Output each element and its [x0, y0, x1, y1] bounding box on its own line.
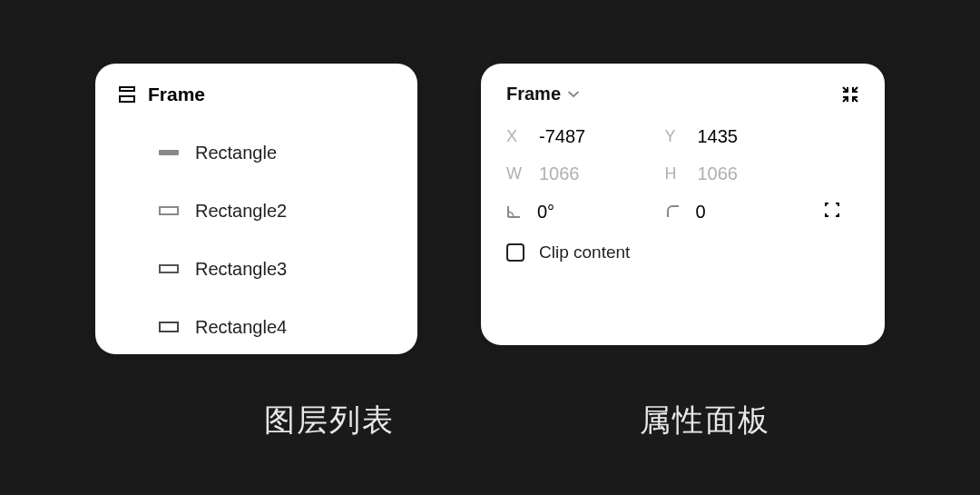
layer-panel-caption: 图层列表 — [264, 400, 395, 441]
x-field[interactable]: X -7487 — [506, 126, 658, 147]
properties-title: Frame — [506, 84, 561, 104]
height-field[interactable]: H 1066 — [665, 163, 817, 184]
w-value: 1066 — [539, 163, 580, 184]
layer-item-rectangle[interactable]: Rectangle — [159, 124, 394, 182]
corner-radius-icon — [665, 203, 681, 220]
x-label: X — [506, 127, 524, 146]
h-value: 1066 — [698, 163, 739, 184]
chevron-down-icon — [568, 91, 579, 98]
layer-item-label: Rectangle3 — [195, 259, 287, 280]
rectangle-icon — [159, 150, 179, 155]
properties-header: Frame — [506, 84, 859, 104]
rectangle-icon — [159, 206, 179, 215]
w-label: W — [506, 164, 524, 183]
layer-item-rectangle4[interactable]: Rectangle4 — [159, 298, 394, 356]
properties-panel: Frame X -7487 Y 1435 W 1066 — [481, 64, 885, 345]
angle-icon — [506, 203, 523, 220]
rectangle-icon — [159, 264, 179, 273]
layer-panel: Frame Rectangle Rectangle2 Rectangle3 Re… — [95, 64, 417, 354]
layer-title: Frame — [148, 84, 205, 105]
properties-panel-caption: 属性面板 — [640, 400, 770, 441]
captions: 图层列表 属性面板 — [210, 400, 770, 441]
layer-item-rectangle3[interactable]: Rectangle3 — [159, 240, 394, 298]
layer-item-rectangle2[interactable]: Rectangle2 — [159, 182, 394, 240]
clip-content-checkbox[interactable] — [506, 243, 524, 262]
clip-content-row: Clip content — [506, 243, 859, 262]
y-field[interactable]: Y 1435 — [665, 126, 817, 147]
layer-item-label: Rectangle4 — [195, 317, 287, 338]
y-value: 1435 — [698, 126, 739, 147]
layer-item-label: Rectangle2 — [195, 201, 287, 222]
frame-type-dropdown[interactable]: Frame — [506, 84, 579, 104]
independent-corners-icon[interactable] — [823, 201, 841, 219]
h-label: H — [665, 164, 683, 183]
radius-value: 0 — [696, 202, 706, 223]
properties-grid: X -7487 Y 1435 W 1066 H 1066 — [506, 126, 859, 223]
clip-content-label: Clip content — [539, 243, 630, 262]
layer-item-label: Rectangle — [195, 143, 277, 163]
collapse-icon[interactable] — [841, 85, 859, 104]
x-value: -7487 — [539, 126, 585, 147]
rotation-value: 0° — [537, 202, 554, 223]
layer-header[interactable]: Frame — [119, 84, 394, 105]
rotation-field[interactable]: 0° — [506, 202, 658, 223]
y-label: Y — [665, 127, 683, 146]
frame-icon — [119, 86, 135, 103]
rectangle-icon — [159, 322, 179, 332]
layer-list: Rectangle Rectangle2 Rectangle3 Rectangl… — [119, 124, 394, 356]
width-field[interactable]: W 1066 — [506, 163, 658, 184]
radius-field[interactable]: 0 — [665, 202, 817, 223]
